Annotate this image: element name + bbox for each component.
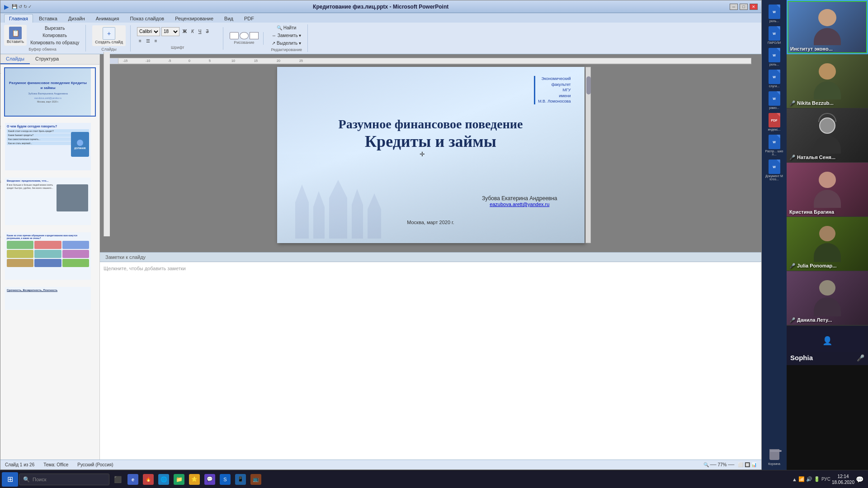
network-icon: 📶 xyxy=(798,476,805,482)
outline-tab[interactable]: Структура xyxy=(30,54,64,64)
notes-placeholder: Щелкните, чтобы добавить заметки xyxy=(104,266,758,271)
slide-logo: Экономический факультет МГУ имени М.В. Л… xyxy=(534,76,571,104)
scrollbar-thumb[interactable] xyxy=(586,76,591,94)
window-controls[interactable]: ─ □ ✕ xyxy=(730,4,758,10)
italic-btn[interactable]: К xyxy=(189,28,196,35)
file-doc-8[interactable]: W Документ Micros... xyxy=(764,159,784,182)
file-doc-7[interactable]: W Распр... школ... xyxy=(764,134,784,157)
svg-text:20: 20 xyxy=(277,59,280,62)
line-shape[interactable] xyxy=(250,32,259,39)
taskbar-app-5[interactable]: ⭐ xyxy=(187,472,202,487)
tab-animation[interactable]: Анимация xyxy=(91,14,124,23)
font-size-select[interactable]: 18 xyxy=(161,27,179,36)
sophia-video: 👤 xyxy=(790,329,864,352)
file-doc-5[interactable]: W рамо... xyxy=(764,90,784,110)
minimize-btn[interactable]: ─ xyxy=(730,4,738,10)
video-tile-4[interactable]: Кристина Брагина xyxy=(787,163,868,217)
taskbar-app-1[interactable]: e xyxy=(126,472,140,487)
slide-cursor[interactable]: ✛ xyxy=(420,150,425,158)
participant-name-4: Кристина Брагина xyxy=(789,209,865,215)
maximize-btn[interactable]: □ xyxy=(740,4,748,10)
task-view-btn[interactable]: ⬛ xyxy=(110,472,125,487)
notes-area[interactable]: Щелкните, чтобы добавить заметки xyxy=(100,262,761,460)
view-buttons: ⬜ 🔲 📊 xyxy=(738,462,757,467)
tab-pdf[interactable]: PDF xyxy=(239,14,259,23)
font-family-select[interactable]: Calibri xyxy=(137,27,160,36)
slides-tab[interactable]: Слайды xyxy=(0,54,30,64)
video-tile-5[interactable]: 🎤 Julia Ponomaр... xyxy=(787,217,868,271)
video-tile-2[interactable]: 🎤 Nikita Bezzub... xyxy=(787,54,868,108)
file-doc-3[interactable]: W роль... xyxy=(764,47,784,67)
main-slide[interactable]: Экономический факультет МГУ имени М.В. Л… xyxy=(277,67,585,243)
notes-divider[interactable]: Заметки к слайду xyxy=(100,252,761,262)
video-tile-3[interactable]: 🎤 Наталья Сеня... xyxy=(787,108,868,163)
slide-thumb-1[interactable]: 1 Разумное финансовое поведение Кредиты … xyxy=(4,67,96,117)
canvas-area: -15 -10 -5 0 5 10 15 20 25 xyxy=(100,54,761,252)
replace-btn[interactable]: ↔ Заменить ▾ xyxy=(270,32,303,39)
strikethrough-btn[interactable]: З xyxy=(204,28,211,35)
file-doc-2[interactable]: W ПАРОЛИ xyxy=(764,25,784,45)
taskbar-app-4[interactable]: 📁 xyxy=(172,472,186,487)
new-slide-btn[interactable]: + Создать слайд xyxy=(92,25,126,46)
taskbar-app-9[interactable]: 📺 xyxy=(249,472,263,487)
battery-icon: 🔋 xyxy=(814,476,820,482)
file-label-1: роль... xyxy=(769,19,779,23)
trash-icon[interactable]: Корзина xyxy=(764,446,784,466)
tab-insert[interactable]: Вставка xyxy=(34,14,62,23)
copy-btn[interactable]: Копировать xyxy=(28,32,81,39)
language-indicator[interactable]: РУС xyxy=(821,477,830,482)
slide-author: Зубова Екатерина Андреевна eazubova.aret… xyxy=(482,195,557,207)
video-sidebar: Институт эконо... 🎤 Nikita Bezzub... xyxy=(787,0,868,470)
slide-thumb-5[interactable]: 5 Срочность, Возвратность, Платность xyxy=(4,286,96,311)
taskbar-search[interactable]: 🔍 Поиск xyxy=(19,474,109,485)
paste-btn[interactable]: 📋 Вставить xyxy=(4,25,27,46)
cut-btn[interactable]: Вырезать xyxy=(28,25,81,32)
slide-thumb-2[interactable]: 2 О чем будем сегодня говорить? Какой ст… xyxy=(4,122,96,171)
select-btn[interactable]: ↗ Выделить ▾ xyxy=(270,40,303,47)
tab-view[interactable]: Вид xyxy=(219,14,238,23)
taskbar-app-6[interactable]: 💬 xyxy=(203,472,217,487)
tab-slideshow[interactable]: Показ слайдов xyxy=(125,14,169,23)
taskbar-app-7[interactable]: S xyxy=(218,472,232,487)
notification-icon[interactable]: 💬 xyxy=(856,476,863,483)
video-tile-6[interactable]: 🎤 Данила Лету... xyxy=(787,271,868,325)
file-label-7: Распр... школ... xyxy=(765,150,783,156)
clipboard-label: Буфер обмена xyxy=(29,47,57,52)
file-doc-6[interactable]: PDF индекс... xyxy=(764,112,784,132)
svg-text:5: 5 xyxy=(209,59,211,62)
tab-home[interactable]: Главная xyxy=(4,14,33,23)
find-btn[interactable]: 🔍 Найти xyxy=(270,24,303,31)
slide-thumb-4[interactable]: 4 Какие из этих причин обращения к креди… xyxy=(4,231,96,281)
video-tile-1[interactable]: Институт эконо... xyxy=(787,0,868,54)
tray-chevron[interactable]: ▲ xyxy=(792,477,797,482)
tab-design[interactable]: Дизайн xyxy=(63,14,90,23)
slide-thumb-3[interactable]: 3 Введение: предположим, что... В все бо… xyxy=(4,177,96,226)
vertical-scrollbar[interactable] xyxy=(585,67,591,243)
doc-icon-1: W xyxy=(769,5,780,19)
taskbar-app-8[interactable]: 📱 xyxy=(233,472,248,487)
app-icon-6: 💬 xyxy=(204,474,215,485)
align-right-btn[interactable]: ≡ xyxy=(153,38,159,44)
rect-shape[interactable] xyxy=(230,32,239,39)
align-center-btn[interactable]: ☰ xyxy=(144,38,152,44)
slide-panel: Слайды Структура 1 Разумное финансовое п… xyxy=(0,54,100,460)
taskbar-app-2[interactable]: 🔥 xyxy=(141,472,156,487)
svg-text:-10: -10 xyxy=(146,59,150,62)
avatar-head-2 xyxy=(819,63,836,80)
start-button[interactable]: ⊞ xyxy=(2,472,18,487)
file-doc-1[interactable]: W роль... xyxy=(764,4,784,23)
underline-btn[interactable]: Ч xyxy=(197,28,203,35)
ellipse-shape[interactable] xyxy=(240,32,249,39)
file-sidebar: W роль... W ПАРОЛИ W роль... W слуги... … xyxy=(762,0,787,470)
powerpoint-window: ▶ 💾 ↺ ↻ ✓ Кредитование физ.лиц.pptx - Mi… xyxy=(0,0,762,470)
clock: 12:14 18.06.2020 xyxy=(832,474,854,485)
close-btn[interactable]: ✕ xyxy=(750,4,758,10)
file-doc-4[interactable]: W слуги... xyxy=(764,69,784,89)
bold-btn[interactable]: Ж xyxy=(181,28,189,35)
format-btn[interactable]: Копировать по образцу xyxy=(28,39,81,46)
tab-review[interactable]: Рецензирование xyxy=(170,14,218,23)
slide-content[interactable]: Экономический факультет МГУ имени М.В. Л… xyxy=(277,67,585,243)
align-left-btn[interactable]: ≡ xyxy=(137,38,143,44)
file-label-2: ПАРОЛИ xyxy=(768,41,781,44)
taskbar-app-3[interactable]: 🌐 xyxy=(156,472,171,487)
